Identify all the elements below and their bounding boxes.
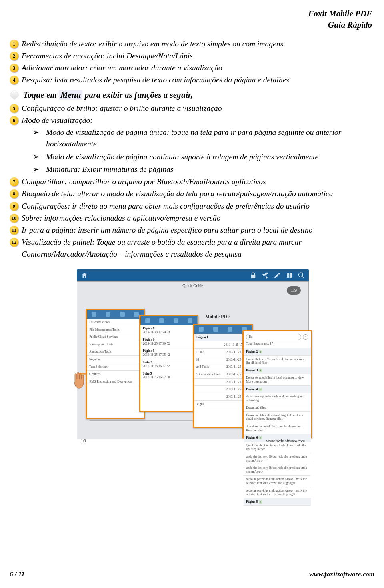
marker-7-icon: 7 [10,177,18,186]
item-11: 11 Ir para a página: inserir um número d… [10,224,376,236]
overlay-bookmarks: Página 92013-11-28 17:39:53 Página 92013… [139,315,198,412]
book-icon [286,272,293,279]
overlay-outline: Different Views File Management Tools Pu… [86,309,145,419]
mock-toolbar [77,269,309,281]
marker-11-icon: 11 [10,226,18,235]
item-5-text: Configuração de brilho: ajustar o brilho… [22,102,222,114]
marker-2-icon: 2 [10,52,18,60]
arrow-icon: ➢ [33,163,40,175]
item-6: 6 Modo de visualização: [10,114,376,126]
marker-8-icon: 8 [10,189,18,198]
mock-quick-guide: Quick Guide [77,283,308,288]
marker-12-icon: 12 [10,238,18,247]
marker-5-icon: 5 [10,104,18,113]
screenshot-figure: Quick Guide Mobile PDF Text Selection Ge… [53,269,333,455]
marker-4-icon: 4 [10,76,18,84]
footer-url: www.foxitsoftware.com [309,570,374,578]
item-10-text: Sobre: informações relacionadas a aplica… [22,212,220,224]
document-header: Foxit Mobile PDF Guia Rápido [10,8,376,31]
item-7-text: Compartilhar: compartilhar o arquivo por… [22,176,266,187]
item-4: 4 Pesquisa: lista resultados de pesquisa… [10,74,376,86]
item-6-text: Modo de visualização: [22,114,93,126]
marker-3-icon: 3 [10,64,18,72]
mock-footer: 1/9 www.foxitsoftware.com [81,439,305,443]
marker-10-icon: 10 [10,214,18,223]
page-footer: 6 / 11 www.foxitsoftware.com [10,570,374,578]
item-8-text: Bloqueio de tela: alterar o modo de visu… [22,188,333,199]
page-number: 6 / 11 [10,570,25,578]
search-icon [298,272,305,279]
item-9: 9 Configurações: ir direto ao menu para … [10,200,376,212]
item-7: 7 Compartilhar: compartilhar o arquivo p… [10,176,376,187]
item-2: 2 Ferramentas de anotação: inclui Destaq… [10,50,376,62]
item-1: 1 Redistribuição de texto: exibir o arqu… [10,38,376,50]
item-8: 8 Bloqueio de tela: alterar o modo de vi… [10,188,376,199]
item-5: 5 Configuração de brilho: ajustar o bril… [10,102,376,114]
diamond-icon [10,90,19,100]
arrow-icon: ➢ [33,126,40,138]
subitem-thumbnail: ➢ Miniatura: Exibir miniaturas de página… [10,163,376,175]
submenu-heading-text: Toque em Menu para exibir as funções a s… [23,90,193,100]
marker-1-icon: 1 [10,40,18,48]
header-product: Foxit Mobile PDF [10,8,372,19]
overlay-search-results: Do × Total Encontrado: 17 Página 2 1 Gui… [242,330,312,438]
item-1-text: Redistribuição de texto: exibir o arquiv… [22,38,283,50]
mock-mobile-pdf: Mobile PDF [205,314,230,320]
item-4-text: Pesquisa: lista resultados de pesquisa d… [22,74,289,86]
subitem-single-page: ➢ Modo de visualização de página única: … [10,126,376,150]
share-icon [262,272,269,279]
subitem-continuous: ➢ Modo de visualização de página contínu… [10,151,376,163]
pencil-icon [274,272,281,279]
item-3: 3 Adicionar marcador: criar um marcador … [10,62,376,74]
item-3-text: Adicionar marcador: criar um marcador du… [22,62,222,74]
home-icon [81,272,88,279]
item-12: 12 Visualização de painel: Toque ou arra… [10,236,376,260]
arrow-icon: ➢ [33,151,40,163]
marker-6-icon: 6 [10,116,18,125]
item-2-text: Ferramentas de anotação: inclui Destaque… [22,50,193,62]
submenu-heading: Toque em Menu para exibir as funções a s… [11,90,376,100]
header-subtitle: Guia Rápido [10,19,372,30]
marker-9-icon: 9 [10,202,18,211]
item-11-text: Ir para a página: inserir um número de p… [22,224,312,236]
mock-page-indicator: 1/9 [287,286,301,295]
item-12-text: Visualização de painel: Toque ou arraste… [22,236,376,260]
lock-icon [250,272,257,279]
item-10: 10 Sobre: informações relacionadas a apl… [10,212,376,224]
item-9-text: Configurações: ir direto ao menu para ob… [22,200,310,212]
